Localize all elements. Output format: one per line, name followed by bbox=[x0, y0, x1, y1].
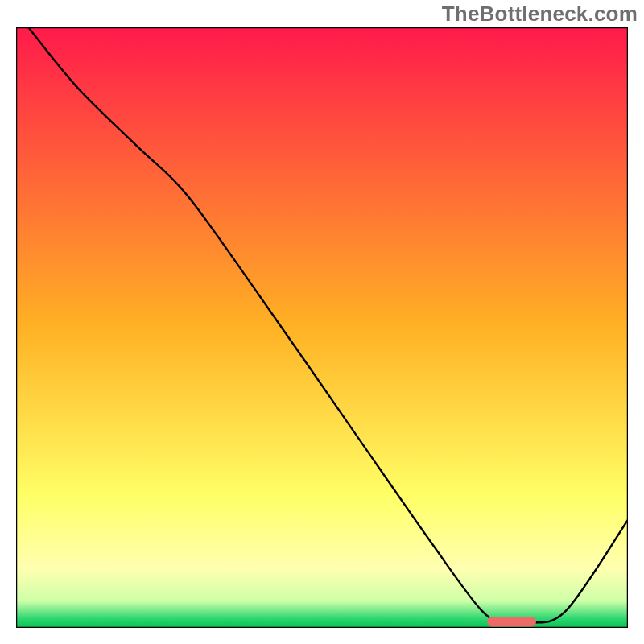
watermark-text: TheBottleneck.com bbox=[442, 2, 638, 27]
chart-svg bbox=[16, 27, 628, 628]
chart-stage: TheBottleneck.com bbox=[0, 0, 644, 644]
optimal-range-marker bbox=[487, 617, 536, 627]
plot-area bbox=[16, 27, 628, 628]
